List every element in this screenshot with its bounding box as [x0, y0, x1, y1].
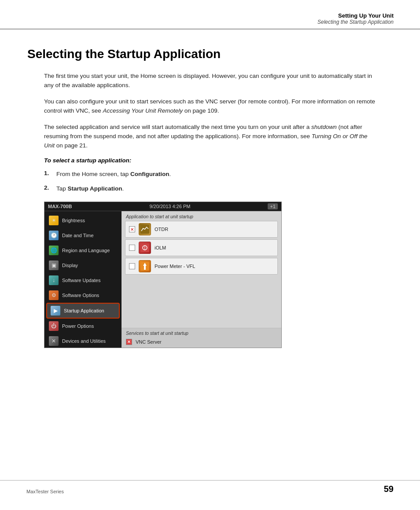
header-title: Setting Up Your Unit	[26, 12, 394, 19]
step-2-number: 2.	[44, 184, 56, 191]
step-1-text: From the Home screen, tap Configuration.	[56, 170, 394, 179]
app-list: ✕ OTDR	[122, 221, 281, 328]
menu-label-display: Display	[62, 263, 78, 268]
startup-icon: ▶	[51, 306, 60, 316]
menu-label-brightness: Brightness	[62, 218, 85, 223]
screenshot-device-name: MAX-700B	[48, 204, 72, 209]
step-2-text: Tap Startup Application.	[56, 184, 394, 194]
region-icon: 🌐	[49, 246, 59, 255]
menu-item-date-time[interactable]: 🕐 Date and Time	[44, 228, 122, 243]
app-icon-iolm	[139, 242, 151, 254]
software-options-icon: ⚙	[49, 290, 59, 300]
app-checkbox-otdr[interactable]: ✕	[129, 226, 135, 232]
menu-label-software-options: Software Options	[62, 293, 99, 298]
app-label-otdr: OTDR	[155, 227, 168, 232]
app-item-power-meter[interactable]: Power Meter - VFL	[125, 258, 278, 275]
menu-label-date-time: Date and Time	[62, 233, 94, 238]
menu-item-devices-utilities[interactable]: ✕ Devices and Utilities	[44, 334, 122, 348]
app-checkbox-iolm[interactable]	[129, 245, 135, 251]
menu-item-display[interactable]: ▣ Display	[44, 258, 122, 273]
page-footer: MaxTester Series 59	[0, 480, 420, 494]
screenshot-header: MAX-700B 9/20/2013 4:26 PM +1	[44, 202, 281, 211]
app-label-iolm: iOLM	[155, 245, 166, 250]
page-container: Setting Up Your Unit Selecting the Start…	[0, 0, 420, 510]
menu-label-devices-utilities: Devices and Utilities	[62, 338, 106, 344]
menu-item-region[interactable]: 🌐 Region and Language	[44, 243, 122, 258]
main-content: Selecting the Startup Application The fi…	[0, 29, 420, 366]
paragraph-3: The selected application and service wil…	[44, 123, 379, 150]
app-icon-otdr	[139, 223, 151, 235]
menu-label-power-options: Power Options	[62, 323, 94, 329]
app-item-otdr[interactable]: ✕ OTDR	[125, 221, 278, 238]
service-item-vnc[interactable]: ✕ VNC Server	[122, 337, 281, 348]
app-icon-power-meter	[139, 260, 151, 272]
software-updates-icon: ↓	[49, 275, 59, 285]
footer-page-number: 59	[384, 484, 394, 494]
menu-label-startup-application: Startup Application	[64, 308, 104, 313]
screenshot-battery: +1	[268, 203, 278, 209]
menu-item-brightness[interactable]: ☀ Brightness	[44, 213, 122, 228]
app-label-power-meter: Power Meter - VFL	[155, 264, 195, 269]
brightness-icon: ☀	[49, 216, 59, 225]
services-section: Services to start at unit startup ✕ VNC …	[122, 328, 281, 348]
paragraph-1: The first time you start your unit, the …	[44, 72, 379, 90]
page-header: Setting Up Your Unit Selecting the Start…	[0, 0, 420, 29]
header-subtitle: Selecting the Startup Application	[26, 19, 394, 25]
app-item-iolm[interactable]: iOLM	[125, 239, 278, 256]
procedure-heading: To select a startup application:	[44, 157, 394, 164]
step-1-number: 1.	[44, 170, 56, 176]
menu-label-software-updates: Software Updates	[62, 278, 100, 283]
paragraph-2: You can also configure your unit to star…	[44, 97, 379, 116]
display-icon: ▣	[49, 261, 59, 270]
datetime-icon: 🕐	[49, 231, 59, 240]
power-options-icon: ⏻	[49, 321, 59, 331]
menu-item-software-updates[interactable]: ↓ Software Updates	[44, 273, 122, 288]
app-section-label: Application to start at unit startup	[122, 211, 281, 221]
screenshot-datetime: 9/20/2013 4:26 PM	[149, 204, 190, 209]
menu-item-power-options[interactable]: ⏻ Power Options	[44, 319, 122, 334]
devices-utilities-icon: ✕	[49, 336, 59, 346]
step-1: 1. From the Home screen, tap Configurati…	[44, 170, 394, 179]
service-label-vnc: VNC Server	[136, 339, 162, 345]
menu-item-software-options[interactable]: ⚙ Software Options	[44, 288, 122, 303]
service-checkbox-vnc[interactable]: ✕	[126, 339, 132, 345]
step-2: 2. Tap Startup Application.	[44, 184, 394, 194]
right-panel: Application to start at unit startup ✕	[122, 211, 281, 348]
footer-series-label: MaxTester Series	[26, 489, 64, 494]
screenshot: MAX-700B 9/20/2013 4:26 PM +1 ☀ Brightne…	[44, 202, 282, 348]
left-menu-panel: ☀ Brightness 🕐 Date and Time 🌐 Region an…	[44, 211, 122, 348]
screenshot-body: ☀ Brightness 🕐 Date and Time 🌐 Region an…	[44, 211, 281, 348]
app-checkbox-power-meter[interactable]	[129, 263, 135, 269]
services-section-label: Services to start at unit startup	[122, 328, 281, 337]
page-title: Selecting the Startup Application	[27, 47, 394, 61]
steps-list: 1. From the Home screen, tap Configurati…	[44, 170, 394, 194]
menu-label-region: Region and Language	[62, 248, 110, 253]
menu-item-startup-application[interactable]: ▶ Startup Application	[46, 303, 120, 319]
